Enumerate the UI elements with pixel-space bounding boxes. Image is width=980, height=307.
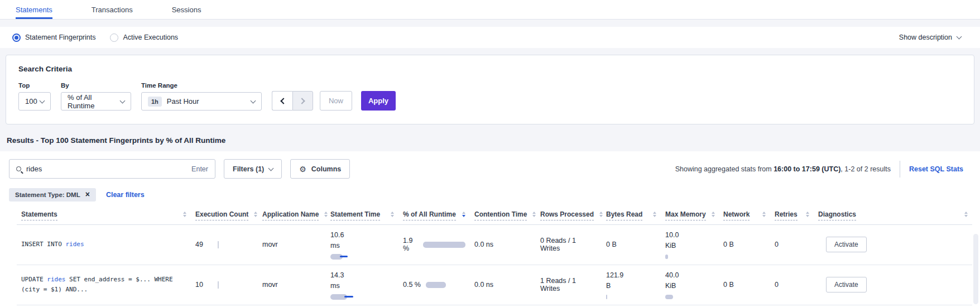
time-range-field: Time Range 1h Past Hour [141, 82, 262, 111]
runtime-pct-bar [426, 282, 446, 288]
metric-value: 10.0 [665, 230, 714, 241]
filters-button[interactable]: Filters (1) [224, 159, 282, 179]
column-header-network[interactable]: Network [719, 210, 770, 220]
time-prev-button[interactable] [272, 91, 292, 111]
column-header-label: Application Name [262, 210, 319, 220]
time-range-select[interactable]: 1h Past Hour [141, 92, 262, 111]
retries-cell: 0 [770, 241, 814, 248]
chevron-down-icon [957, 34, 962, 40]
tab-transactions[interactable]: Transactions [92, 0, 133, 19]
show-description-toggle[interactable]: Show description [899, 33, 961, 41]
by-select[interactable]: % of All Runtime [61, 92, 131, 111]
column-header-retries[interactable]: Retries [770, 210, 814, 220]
count-bar [218, 281, 219, 289]
column-header-execution-count[interactable]: Execution Count [191, 210, 258, 220]
time-next-button[interactable] [292, 91, 313, 111]
bar-mean-mark [340, 256, 348, 257]
tab-statements[interactable]: Statements [16, 0, 52, 19]
chevron-down-icon [40, 98, 45, 103]
metric-bar [330, 254, 394, 260]
application-name-cell: movr [258, 241, 326, 248]
results-toolbar: Enter Filters (1) ⚙ Columns Showing aggr… [0, 159, 980, 179]
aggregated-stats-text: Showing aggregated stats from 16:00 to 1… [675, 165, 891, 173]
sort-down-arrow [712, 215, 715, 217]
metric-unit: KiB [665, 281, 714, 291]
tab-bar: Statements Transactions Sessions [0, 0, 980, 20]
filter-chip-label: Statement Type: DML [15, 191, 80, 198]
reset-sql-stats-link[interactable]: Reset SQL Stats [909, 165, 963, 173]
sort-icon [183, 212, 186, 217]
statements-table: StatementsExecution CountApplication Nam… [0, 210, 980, 305]
column-header-label: Statement Time [330, 210, 380, 220]
column-header-label: Statements [21, 210, 57, 220]
network-cell: 0 B [719, 281, 770, 289]
sort-up-arrow [806, 212, 809, 214]
column-header-label: Bytes Read [606, 210, 642, 220]
sort-down-arrow [964, 215, 968, 217]
statement-search-box[interactable]: Enter [9, 159, 215, 179]
table-header-row: StatementsExecution CountApplication Nam… [17, 210, 972, 225]
top-value: 100 [25, 97, 37, 105]
top-label: Top [18, 82, 51, 89]
runtime-pct-value: 0.5 % [403, 281, 421, 289]
chevron-down-icon [251, 98, 256, 103]
column-header-bytes-read[interactable]: Bytes Read [602, 210, 661, 220]
statement-fingerprint-link[interactable]: UPDATE rides SET end_address = $... WHER… [21, 275, 186, 295]
top-field: Top 100 [18, 82, 51, 111]
filter-chip-statement-type[interactable]: Statement Type: DML × [9, 188, 96, 202]
column-header-statements[interactable]: Statements [17, 210, 191, 220]
execution-count-cell: 49 [191, 241, 258, 248]
chevron-down-icon [120, 98, 126, 103]
metric-value: 14.3 [330, 270, 394, 281]
search-criteria-card: Search Criteria Top 100 By % of All Runt… [6, 55, 974, 124]
column-header-statement-time[interactable]: Statement Time [326, 210, 398, 220]
column-header-diagnostics[interactable]: Diagnostics [814, 210, 972, 220]
sort-icon [712, 212, 715, 217]
filters-label: Filters (1) [233, 165, 264, 173]
sort-down-arrow [391, 215, 394, 217]
column-header-max-memory[interactable]: Max Memory [661, 210, 719, 220]
execution-count-cell: 10 [191, 281, 258, 289]
close-icon[interactable]: × [85, 191, 90, 198]
column-header-rows-processed[interactable]: Rows Processed [536, 210, 602, 220]
metric-bar [665, 294, 714, 300]
radio-label: Active Executions [123, 33, 178, 41]
contention-time-cell: 0.0 ns [470, 281, 536, 289]
column-header-application-name[interactable]: Application Name [258, 210, 326, 220]
apply-button[interactable]: Apply [361, 91, 396, 111]
contention-time-cell: 0.0 ns [470, 241, 536, 248]
sort-icon [254, 212, 257, 217]
activate-diagnostics-button[interactable]: Activate [826, 237, 867, 252]
tab-sessions[interactable]: Sessions [172, 0, 201, 19]
bytes-read-cell: 121.9B [602, 270, 661, 300]
column-header-contention-time[interactable]: Contention Time [470, 210, 536, 220]
sort-down-arrow [806, 215, 809, 217]
metric-bar [665, 254, 714, 260]
activate-diagnostics-button[interactable]: Activate [826, 277, 867, 292]
by-field: By % of All Runtime [61, 82, 131, 111]
columns-button[interactable]: ⚙ Columns [290, 159, 350, 179]
now-button[interactable]: Now [320, 91, 352, 111]
angle-left-icon [280, 98, 286, 104]
vertical-scrollbar[interactable] [973, 234, 978, 304]
column-header-label: Max Memory [665, 210, 706, 220]
radio-statement-fingerprints[interactable]: Statement Fingerprints [12, 33, 95, 42]
metric-value: 10.6 [330, 230, 394, 241]
bar-fill [606, 295, 607, 299]
top-select[interactable]: 100 [18, 92, 51, 111]
column-header-label: Network [723, 210, 750, 220]
network-cell: 0 B [719, 241, 770, 248]
sort-icon [653, 212, 656, 217]
radio-selected-icon [12, 33, 21, 42]
radio-active-executions[interactable]: Active Executions [110, 33, 178, 42]
view-toggle-row: Statement Fingerprints Active Executions… [0, 27, 980, 48]
by-value: % of All Runtime [68, 93, 121, 110]
statement-cell[interactable]: UPDATE rides SET end_address = $... WHER… [17, 275, 191, 295]
column-header--of-all-runtime[interactable]: % of All Runtime [398, 210, 470, 220]
statement-cell[interactable]: INSERT INTO rides [17, 239, 191, 250]
clear-filters-link[interactable]: Clear filters [106, 191, 145, 199]
search-input[interactable] [26, 165, 186, 173]
statement-fingerprint-link[interactable]: INSERT INTO rides [21, 239, 186, 250]
column-header-label: Rows Processed [540, 210, 594, 220]
search-criteria-title: Search Criteria [18, 65, 962, 73]
